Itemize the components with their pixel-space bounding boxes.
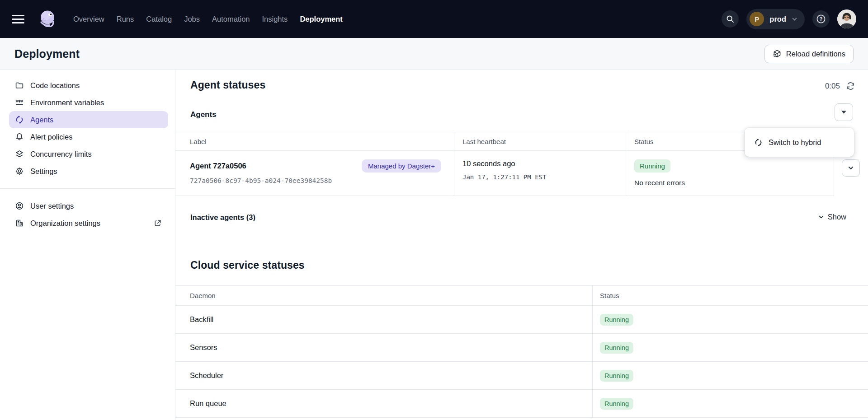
sidebar-item-organization-settings[interactable]: Organization settings (9, 215, 168, 232)
agents-actions-menu-button[interactable] (835, 103, 853, 121)
sidebar-item-environment-variables[interactable]: Environment variables (9, 94, 168, 111)
sidebar-item-code-locations[interactable]: Code locations (9, 77, 168, 94)
agent-row-expand-button[interactable] (842, 159, 860, 177)
daemon-row-sensors: Sensors Running (175, 334, 868, 362)
sidebar-item-label: Agents (30, 116, 53, 124)
reload-definitions-button[interactable]: Reload definitions (764, 45, 854, 63)
sidebar-item-settings[interactable]: Settings (9, 163, 168, 180)
sidebar-item-user-settings[interactable]: User settings (9, 197, 168, 215)
primary-nav: Overview Runs Catalog Jobs Automation In… (73, 15, 343, 23)
folder-icon (15, 81, 24, 90)
agent-icon (15, 115, 24, 124)
agent-heartbeat-cell: 10 seconds ago Jan 17, 1:27:11 PM EST (454, 151, 626, 196)
column-header-label: Label (175, 132, 454, 150)
status-badge: Running (600, 370, 633, 382)
daemon-row-backfill: Backfill Running (175, 306, 868, 334)
status-badge: Running (600, 342, 633, 354)
deployment-name: prod (769, 15, 786, 23)
status-badge: Running (600, 314, 633, 326)
reload-codebox-icon (773, 49, 782, 58)
column-header-status: Status (592, 286, 868, 305)
gear-icon (15, 167, 24, 176)
reload-definitions-label: Reload definitions (786, 50, 845, 58)
agents-actions-dropdown: Switch to hybrid (745, 128, 854, 157)
layers-icon (15, 149, 24, 159)
navbar-right-cluster: P prod ? (722, 9, 856, 29)
agent-icon (754, 138, 763, 147)
refresh-timer: 0:05 (825, 81, 855, 91)
chevron-down-icon (848, 165, 854, 171)
menu-hamburger-icon[interactable] (12, 15, 24, 23)
chevron-down-icon (818, 214, 824, 220)
agent-label-cell: Agent 727a0506 Managed by Dagster+ 727a0… (175, 151, 454, 196)
sidebar-item-label: User settings (30, 202, 74, 210)
agents-table-header: Label Last heartbeat Status (175, 132, 834, 151)
status-badge: Running (634, 159, 670, 173)
status-badge: Running (600, 398, 633, 410)
top-navbar: Overview Runs Catalog Jobs Automation In… (0, 0, 868, 38)
external-link-icon (154, 219, 162, 227)
column-header-last-heartbeat: Last heartbeat (454, 132, 626, 150)
menu-item-switch-to-hybrid[interactable]: Switch to hybrid (745, 128, 854, 157)
deployment-sidebar: Code locations Environment variables (0, 70, 175, 420)
cloud-services-table: Daemon Status Backfill Running Sensors R… (175, 285, 868, 418)
inactive-agents-label: Inactive agents (3) (190, 213, 255, 222)
search-button[interactable] (722, 10, 739, 28)
dagster-logo-icon[interactable] (35, 7, 59, 31)
agent-statuses-title: Agent statuses (190, 79, 265, 91)
column-header-daemon: Daemon (175, 286, 592, 305)
sidebar-item-label: Settings (30, 167, 57, 176)
cloud-service-statuses-title: Cloud service statuses (190, 259, 305, 271)
show-label: Show (828, 213, 846, 221)
daemon-name: Sensors (175, 334, 592, 361)
agent-row: Agent 727a0506 Managed by Dagster+ 727a0… (175, 151, 834, 196)
agent-name[interactable]: Agent 727a0506 (190, 162, 246, 170)
page-title: Deployment (14, 47, 80, 61)
deployment-initial-badge: P (750, 12, 764, 26)
building-icon (15, 219, 24, 228)
daemon-name: Run queue (175, 390, 592, 417)
daemon-name: Backfill (175, 306, 592, 333)
nav-item-runs[interactable]: Runs (117, 15, 134, 23)
sidebar-item-label: Environment variables (30, 98, 104, 107)
daemon-row-run-queue: Run queue Running (175, 390, 868, 418)
nav-item-insights[interactable]: Insights (262, 15, 288, 23)
variables-icon (15, 98, 24, 107)
nav-item-jobs[interactable]: Jobs (184, 15, 200, 23)
sidebar-divider (0, 188, 175, 189)
sidebar-item-agents[interactable]: Agents (9, 111, 168, 128)
heartbeat-relative: 10 seconds ago (462, 159, 626, 168)
svg-text:?: ? (819, 16, 822, 22)
question-icon: ? (816, 14, 826, 24)
menu-item-label: Switch to hybrid (769, 138, 821, 147)
agent-uuid: 727a0506-8c97-4b95-a024-70ee3984258b (190, 177, 454, 184)
deployment-switcher[interactable]: P prod (746, 9, 805, 29)
refresh-countdown: 0:05 (825, 82, 840, 91)
sidebar-item-alert-policies[interactable]: Alert policies (9, 128, 168, 145)
daemon-row-scheduler: Scheduler Running (175, 362, 868, 390)
sidebar-item-label: Alert policies (30, 133, 73, 141)
page-header: Deployment Reload definitions (0, 38, 868, 70)
nav-item-catalog[interactable]: Catalog (146, 15, 172, 23)
cloud-table-header: Daemon Status (175, 286, 868, 306)
chevron-down-icon (792, 16, 797, 22)
agent-status-cell: Running No recent errors (626, 151, 834, 196)
daemon-name: Scheduler (175, 362, 592, 389)
help-button[interactable]: ? (812, 10, 830, 28)
status-detail: No recent errors (634, 179, 834, 187)
managed-by-badge: Managed by Dagster+ (362, 159, 441, 173)
user-avatar[interactable] (837, 9, 856, 28)
nav-item-deployment[interactable]: Deployment (300, 15, 342, 23)
caret-down-icon (841, 111, 846, 114)
nav-item-overview[interactable]: Overview (73, 15, 104, 23)
nav-item-automation[interactable]: Automation (212, 15, 250, 23)
search-icon (726, 14, 735, 23)
refresh-icon[interactable] (846, 81, 855, 91)
app: Overview Runs Catalog Jobs Automation In… (0, 0, 868, 420)
sidebar-item-label: Concurrency limits (30, 150, 92, 159)
show-inactive-agents-button[interactable]: Show (818, 213, 846, 221)
bell-icon (15, 132, 24, 141)
agents-table: Label Last heartbeat Status Agent 727a05… (175, 132, 834, 196)
sidebar-item-label: Organization settings (30, 219, 100, 228)
sidebar-item-concurrency-limits[interactable]: Concurrency limits (9, 145, 168, 163)
